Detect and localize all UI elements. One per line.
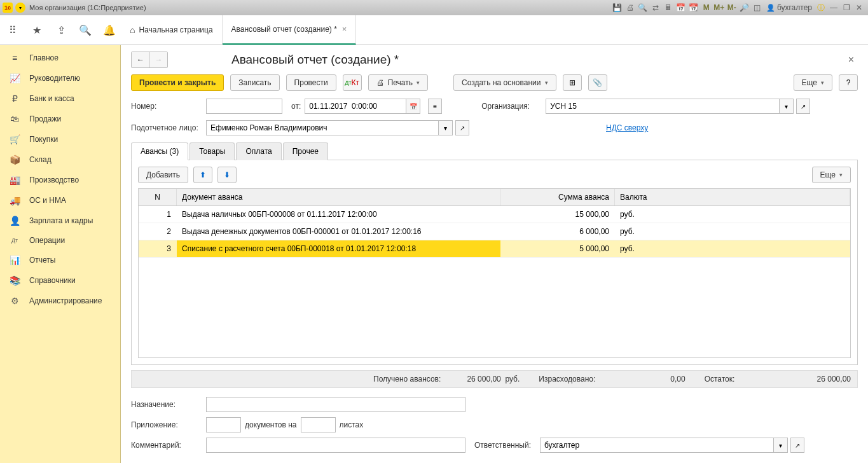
info-icon[interactable]: ⓘ xyxy=(815,1,827,14)
nav-back-button[interactable]: ← xyxy=(132,52,149,67)
memory-m-icon[interactable]: M xyxy=(700,1,713,14)
responsible-dropdown-icon[interactable]: ▾ xyxy=(774,438,788,453)
calendar-icon[interactable]: 📅 xyxy=(675,1,687,14)
person-dropdown-icon[interactable]: ▾ xyxy=(439,120,453,135)
org-dropdown-icon[interactable]: ▾ xyxy=(780,99,794,114)
nds-link[interactable]: НДС сверху xyxy=(606,123,648,132)
preview-icon[interactable]: 🔍 xyxy=(637,1,649,14)
person-open-icon[interactable]: ↗ xyxy=(455,120,469,135)
create-based-button[interactable]: Создать на основании▾ xyxy=(453,74,556,91)
minimize-icon[interactable]: — xyxy=(827,1,840,14)
col-sum[interactable]: Сумма аванса xyxy=(500,189,615,205)
tab-document[interactable]: Авансовый отчет (создание) * × xyxy=(223,15,357,45)
cell-sum: 6 000,00 xyxy=(500,223,615,240)
save-button[interactable]: Записать xyxy=(230,74,279,91)
cell-n: 3 xyxy=(139,240,177,257)
bell-icon[interactable]: 🔔 xyxy=(103,24,116,36)
zoom-icon[interactable]: 🔎 xyxy=(738,1,751,14)
received-value: 26 000,00 xyxy=(467,375,500,384)
pin-icon[interactable]: ⇪ xyxy=(55,24,67,36)
col-n[interactable]: N xyxy=(139,189,177,205)
sidebar-item-admin[interactable]: ⚙Администрирование xyxy=(0,291,120,311)
help-button[interactable]: ? xyxy=(839,74,858,91)
compare-icon[interactable]: ⇄ xyxy=(649,1,662,14)
sidebar-item-manager[interactable]: 📈Руководителю xyxy=(0,68,120,88)
memory-mminus-icon[interactable]: M- xyxy=(726,1,738,14)
date-extra-button[interactable]: ≡ xyxy=(428,99,442,114)
more-button[interactable]: Еще▾ xyxy=(794,74,832,91)
date-input[interactable] xyxy=(305,99,406,114)
sidebar-label: Склад xyxy=(29,155,52,164)
layout-icon[interactable]: ◫ xyxy=(751,1,764,14)
org-open-icon[interactable]: ↗ xyxy=(796,99,810,114)
date-icon[interactable]: 📆 xyxy=(687,1,700,14)
sidebar: ≡Главное 📈Руководителю ₽Банк и касса 🛍Пр… xyxy=(0,45,121,463)
responsible-open-icon[interactable]: ↗ xyxy=(790,438,804,453)
sidebar-item-main[interactable]: ≡Главное xyxy=(0,48,120,68)
move-down-button[interactable]: ⬇ xyxy=(217,167,237,183)
tab-document-label: Авансовый отчет (создание) * xyxy=(231,25,337,34)
save-icon[interactable]: 💾 xyxy=(611,1,624,14)
add-row-button[interactable]: Добавить xyxy=(138,167,188,183)
search-icon[interactable]: 🔍 xyxy=(79,24,92,36)
tab-close-icon[interactable]: × xyxy=(342,24,347,34)
close-page-icon[interactable]: × xyxy=(844,53,858,67)
tab-payment[interactable]: Оплата xyxy=(236,142,281,160)
maximize-icon[interactable]: ❐ xyxy=(840,1,853,14)
structure-button[interactable]: ⊞ xyxy=(563,74,582,91)
sidebar-item-operations[interactable]: ДтОперации xyxy=(0,231,120,250)
attach-button[interactable]: 📎 xyxy=(588,74,607,91)
move-up-button[interactable]: ⬆ xyxy=(193,167,212,183)
sidebar-item-bank[interactable]: ₽Банк и касса xyxy=(0,88,120,109)
cell-doc: Выдача денежных документов 00БП-000001 о… xyxy=(177,223,500,240)
sidebar-item-sales[interactable]: 🛍Продажи xyxy=(0,109,120,129)
tab-other[interactable]: Прочее xyxy=(283,142,328,160)
table-row[interactable]: 2 Выдача денежных документов 00БП-000001… xyxy=(139,223,850,240)
calendar-picker-icon[interactable]: 📅 xyxy=(406,99,420,114)
col-doc[interactable]: Документ аванса xyxy=(177,189,500,205)
sidebar-item-stock[interactable]: 📦Склад xyxy=(0,149,120,170)
memory-mplus-icon[interactable]: M+ xyxy=(713,1,726,14)
responsible-input[interactable] xyxy=(540,438,774,453)
comment-input[interactable] xyxy=(206,438,465,453)
attach-docs-input[interactable] xyxy=(206,417,241,432)
tab-home-label: Начальная страница xyxy=(139,25,212,34)
org-input[interactable] xyxy=(546,99,780,114)
number-input[interactable] xyxy=(206,99,282,114)
sales-icon: 🛍 xyxy=(9,114,20,124)
sidebar-item-production[interactable]: 🏭Производство xyxy=(0,170,120,190)
table-more-button[interactable]: Еще▾ xyxy=(812,167,851,183)
sidebar-item-salary[interactable]: 👤Зарплата и кадры xyxy=(0,211,120,231)
sidebar-item-reports[interactable]: 📊Отчеты xyxy=(0,250,120,270)
post-button[interactable]: Провести xyxy=(286,74,336,91)
app-menu-icon[interactable]: ▾ xyxy=(15,3,25,13)
tab-home[interactable]: ⌂ Начальная страница xyxy=(121,15,223,45)
table-row[interactable]: 3 Списание с расчетного счета 00БП-00001… xyxy=(139,240,850,258)
table-row[interactable]: 1 Выдача наличных 00БП-000008 от 01.11.2… xyxy=(139,206,850,223)
col-cur[interactable]: Валюта xyxy=(615,189,850,205)
close-window-icon[interactable]: ✕ xyxy=(853,1,865,14)
apps-grid-icon[interactable]: ⠿ xyxy=(6,24,19,36)
attach-label: Приложение: xyxy=(131,420,202,429)
org-label: Организация: xyxy=(481,102,542,111)
nav-forward-button[interactable]: → xyxy=(149,52,167,67)
sidebar-item-purchases[interactable]: 🛒Покупки xyxy=(0,129,120,149)
dtkt-button[interactable]: ДтКт xyxy=(343,74,362,91)
star-icon[interactable]: ★ xyxy=(31,24,43,36)
calc-icon[interactable]: 🖩 xyxy=(662,1,675,14)
sidebar-item-assets[interactable]: 🚚ОС и НМА xyxy=(0,190,120,211)
purpose-input[interactable] xyxy=(206,397,465,412)
os-titlebar: 1c ▾ Моя организация (1С:Предприятие) 💾 … xyxy=(0,0,868,15)
spent-label: Израсходовано: xyxy=(539,375,595,384)
user-name: бухгалтер xyxy=(777,3,812,12)
current-user[interactable]: 👤 бухгалтер xyxy=(764,3,815,12)
person-input[interactable] xyxy=(206,120,439,135)
sidebar-item-references[interactable]: 📚Справочники xyxy=(0,270,120,291)
tab-goods[interactable]: Товары xyxy=(189,142,235,160)
print-button[interactable]: 🖨Печать▾ xyxy=(368,74,428,91)
post-close-button[interactable]: Провести и закрыть xyxy=(131,74,224,91)
attach-sheets-input[interactable] xyxy=(301,417,336,432)
tab-advances[interactable]: Авансы (3) xyxy=(131,142,188,160)
advances-grid[interactable]: N Документ аванса Сумма аванса Валюта 1 … xyxy=(138,188,851,358)
print-icon[interactable]: 🖨 xyxy=(624,1,637,14)
